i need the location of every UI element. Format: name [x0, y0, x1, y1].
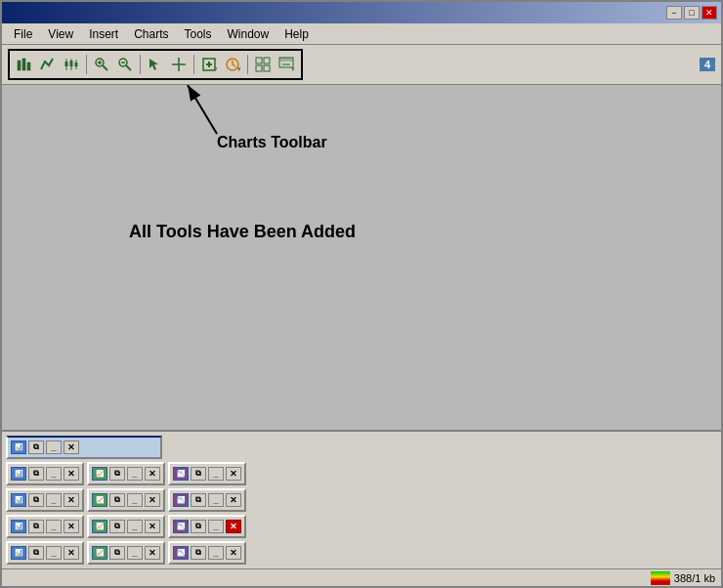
- subwin-1-2: 📈 ⧉ _ ✕: [87, 462, 165, 485]
- subwin-close-1-3[interactable]: ✕: [226, 467, 241, 481]
- subwin-close-2-3[interactable]: ✕: [226, 493, 241, 507]
- subwin-restore-3-1[interactable]: ⧉: [28, 520, 44, 533]
- main-window: − □ ✕ File View Insert Charts Tools Wind…: [0, 0, 723, 588]
- svg-rect-0: [18, 61, 21, 70]
- svg-rect-26: [264, 58, 270, 63]
- annotation-container: Charts Toolbar: [217, 105, 327, 151]
- subwin-icon-1-1: 📊: [11, 467, 26, 481]
- subwin-4-1: 📊 ⧉ _ ✕: [6, 541, 84, 565]
- subwin-close-3-2[interactable]: ✕: [145, 520, 160, 533]
- subwin-close-4-1[interactable]: ✕: [64, 546, 79, 560]
- svg-line-14: [126, 65, 131, 70]
- menu-insert[interactable]: Insert: [81, 25, 126, 43]
- close-button[interactable]: ✕: [702, 6, 717, 20]
- svg-rect-4: [65, 62, 68, 66]
- subwin-icon-4-3: 📉: [173, 546, 189, 560]
- subwin-icon-2-2: 📈: [92, 493, 107, 507]
- subwin-restore-1-3[interactable]: ⧉: [191, 467, 206, 481]
- svg-rect-30: [279, 58, 293, 62]
- restore-button[interactable]: □: [684, 6, 700, 20]
- subwin-close-2-1[interactable]: ✕: [64, 493, 79, 507]
- separator-2: [140, 55, 141, 74]
- subwin-minimize-2-1[interactable]: _: [46, 493, 62, 507]
- subwin-close-3-1[interactable]: ✕: [64, 520, 79, 533]
- subwin-col-2: 📈 ⧉ _ ✕ 📈 ⧉ _ ✕ 📈 ⧉ _ ✕: [87, 462, 165, 565]
- subwin-close-4-2[interactable]: ✕: [145, 546, 160, 560]
- zoom-out-button[interactable]: [114, 54, 136, 75]
- subwin-restore-3-3[interactable]: ⧉: [191, 520, 206, 533]
- subwin-minimize-1-3[interactable]: _: [208, 467, 224, 481]
- svg-marker-16: [149, 59, 158, 70]
- titlebar: − □ ✕: [2, 2, 721, 23]
- svg-rect-6: [70, 61, 73, 66]
- subwin-close-1-1[interactable]: ✕: [64, 467, 79, 481]
- subwin-col-3: 📉 ⧉ _ ✕ 📉 ⧉ _ ✕ 📉 ⧉ _ ✕: [168, 462, 246, 565]
- subwin-close-3-3[interactable]: ✕: [226, 520, 241, 533]
- minimize-button[interactable]: −: [666, 6, 682, 20]
- subwin-minimize-3-2[interactable]: _: [127, 520, 143, 533]
- subwin-icon-0: 📊: [11, 441, 26, 454]
- subwin-minimize-4-3[interactable]: _: [208, 546, 224, 560]
- subwin-2-2: 📈 ⧉ _ ✕: [87, 488, 165, 512]
- separator-1: [86, 55, 87, 74]
- grid-button[interactable]: [252, 54, 274, 75]
- cursor-button[interactable]: [145, 54, 166, 75]
- status-info: 388/1 kb: [674, 572, 715, 584]
- subwin-minimize-4-2[interactable]: _: [127, 546, 143, 560]
- line-chart-button[interactable]: [37, 54, 59, 75]
- svg-line-33: [188, 85, 217, 134]
- bar-chart-button[interactable]: [14, 54, 35, 75]
- crosshair-button[interactable]: [168, 54, 190, 75]
- subwin-minimize-1-1[interactable]: _: [46, 467, 62, 481]
- subwin-3-2: 📈 ⧉ _ ✕: [87, 515, 165, 538]
- subwin-restore-2-2[interactable]: ⧉: [109, 493, 125, 507]
- subwin-restore-2-3[interactable]: ⧉: [191, 493, 206, 507]
- candle-chart-button[interactable]: [61, 54, 82, 75]
- subwin-minimize-2-2[interactable]: _: [127, 493, 143, 507]
- subwin-close-1-2[interactable]: ✕: [145, 467, 160, 481]
- subwin-minimize-3-1[interactable]: _: [46, 520, 62, 533]
- svg-rect-27: [256, 65, 262, 71]
- toolbar-area: ▾ ▾ ▾: [2, 45, 721, 85]
- subwin-minimize-2-3[interactable]: _: [208, 493, 224, 507]
- menu-tools[interactable]: Tools: [177, 25, 220, 43]
- subwin-2-3: 📉 ⧉ _ ✕: [168, 488, 246, 512]
- add-indicator-button[interactable]: ▾: [198, 54, 220, 75]
- subwin-restore-0[interactable]: ⧉: [28, 441, 44, 454]
- subwin-restore-4-2[interactable]: ⧉: [109, 546, 125, 560]
- annotation-arrow: [158, 85, 276, 139]
- separator-3: [193, 55, 194, 74]
- subwin-1-1: 📊 ⧉ _ ✕: [6, 462, 84, 485]
- subwin-3-1: 📊 ⧉ _ ✕: [6, 515, 84, 538]
- subwin-minimize-1-2[interactable]: _: [127, 467, 143, 481]
- time-button[interactable]: ▾: [222, 54, 243, 75]
- svg-rect-25: [256, 58, 262, 63]
- subwin-icon-2-3: 📉: [173, 493, 189, 507]
- subwin-minimize-3-3[interactable]: _: [208, 520, 224, 533]
- menu-view[interactable]: View: [40, 25, 81, 43]
- template-button[interactable]: ▾: [276, 54, 297, 75]
- menu-window[interactable]: Window: [220, 25, 277, 43]
- subwin-2-1: 📊 ⧉ _ ✕: [6, 488, 84, 512]
- subwin-restore-2-1[interactable]: ⧉: [28, 493, 44, 507]
- subwin-icon-1-3: 📉: [173, 467, 189, 481]
- subwin-close-4-3[interactable]: ✕: [226, 546, 241, 560]
- subwin-close-2-2[interactable]: ✕: [145, 493, 160, 507]
- menu-help[interactable]: Help: [276, 25, 317, 43]
- subwin-restore-1-2[interactable]: ⧉: [109, 467, 125, 481]
- zoom-in-button[interactable]: [91, 54, 112, 75]
- subwin-restore-4-3[interactable]: ⧉: [191, 546, 206, 560]
- main-content: Charts Toolbar All Tools Have Been Added: [2, 85, 721, 430]
- menu-file[interactable]: File: [6, 25, 40, 43]
- subwin-minimize-4-1[interactable]: _: [46, 546, 62, 560]
- separator-4: [247, 55, 248, 74]
- titlebar-buttons: − □ ✕: [666, 6, 717, 20]
- subwin-close-0[interactable]: ✕: [64, 441, 79, 454]
- subwin-restore-3-2[interactable]: ⧉: [109, 520, 125, 533]
- subwin-minimize-0[interactable]: _: [46, 441, 62, 454]
- subwin-restore-1-1[interactable]: ⧉: [28, 467, 44, 481]
- subwin-restore-4-1[interactable]: ⧉: [28, 546, 44, 560]
- menu-charts[interactable]: Charts: [126, 25, 176, 43]
- subwin-col-1: 📊 ⧉ _ ✕ 📊 ⧉ _ ✕ 📊 ⧉ _ ✕: [6, 462, 84, 565]
- subwin-columns: 📊 ⧉ _ ✕ 📊 ⧉ _ ✕ 📊 ⧉ _ ✕: [6, 462, 717, 565]
